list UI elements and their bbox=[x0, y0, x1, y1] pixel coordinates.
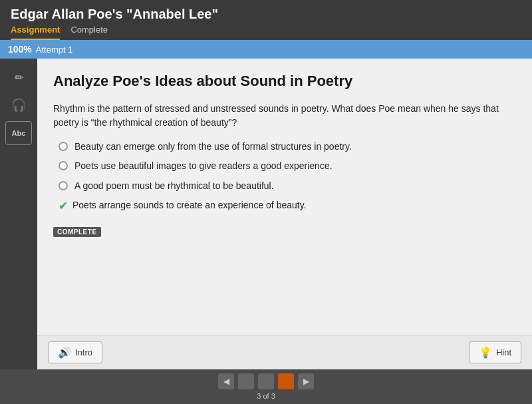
complete-badge: COMPLETE bbox=[53, 227, 101, 237]
hint-button-label: Hint bbox=[496, 347, 511, 357]
list-item[interactable]: ✔ Poets arrange sounds to create an expe… bbox=[59, 199, 516, 214]
progress-bar: 100% Attempt 1 bbox=[0, 40, 532, 59]
question-text: Rhythm is the pattern of stressed and un… bbox=[53, 102, 516, 130]
pencil-icon[interactable]: ✏ bbox=[5, 65, 32, 89]
checkmark-icon: ✔ bbox=[59, 199, 67, 214]
bottom-bar: 🔊 Intro 💡 Hint bbox=[37, 335, 532, 369]
hint-button[interactable]: 💡 Hint bbox=[469, 341, 521, 363]
nav-page-2[interactable] bbox=[258, 373, 274, 389]
list-item[interactable]: Poets use beautiful images to give reade… bbox=[59, 160, 516, 173]
tab-assignment[interactable]: Assignment bbox=[11, 25, 60, 40]
list-item[interactable]: Beauty can emerge only from the use of f… bbox=[59, 140, 516, 154]
list-item[interactable]: A good poem must be rhythmical to be bea… bbox=[59, 180, 516, 193]
question-area: Analyze Poe's Ideas about Sound in Poetr… bbox=[37, 59, 532, 335]
attempt-label: Attempt 1 bbox=[36, 45, 73, 55]
header: Edgar Allan Poe's "Annabel Lee" Assignme… bbox=[0, 0, 532, 40]
sidebar: ✏ 🎧 Abc bbox=[0, 59, 37, 369]
option-2-text: Poets use beautiful images to give reade… bbox=[74, 160, 332, 173]
speaker-icon: 🔊 bbox=[58, 346, 71, 359]
content-panel: Analyze Poe's Ideas about Sound in Poetr… bbox=[37, 59, 532, 369]
nav-footer: ◀ ▶ 3 of 3 bbox=[0, 369, 532, 404]
radio-3[interactable] bbox=[59, 181, 68, 190]
next-arrow[interactable]: ▶ bbox=[298, 373, 314, 389]
intro-button[interactable]: 🔊 Intro bbox=[48, 341, 102, 363]
page-info: 3 of 3 bbox=[257, 392, 275, 400]
radio-1[interactable] bbox=[59, 142, 68, 151]
option-4-text: Poets arrange sounds to create an experi… bbox=[72, 199, 307, 212]
lightbulb-icon: 💡 bbox=[479, 346, 492, 359]
prev-arrow[interactable]: ◀ bbox=[218, 373, 234, 389]
main-area: ✏ 🎧 Abc Analyze Poe's Ideas about Sound … bbox=[0, 59, 532, 369]
header-tabs: Assignment Complete bbox=[11, 25, 521, 40]
headphones-icon[interactable]: 🎧 bbox=[5, 93, 32, 117]
progress-percent: 100% bbox=[8, 44, 32, 55]
option-1-text: Beauty can emerge only from the use of f… bbox=[74, 140, 352, 154]
answer-options: Beauty can emerge only from the use of f… bbox=[59, 140, 516, 214]
nav-controls: ◀ ▶ bbox=[218, 373, 314, 389]
question-title: Analyze Poe's Ideas about Sound in Poetr… bbox=[53, 72, 516, 91]
text-abc-icon[interactable]: Abc bbox=[5, 121, 32, 145]
radio-2[interactable] bbox=[59, 161, 68, 170]
nav-page-1[interactable] bbox=[238, 373, 254, 389]
page-title: Edgar Allan Poe's "Annabel Lee" bbox=[11, 7, 521, 22]
option-3-text: A good poem must be rhythmical to be bea… bbox=[74, 180, 274, 193]
nav-page-3[interactable] bbox=[278, 373, 294, 389]
intro-button-label: Intro bbox=[75, 347, 92, 357]
tab-complete[interactable]: Complete bbox=[70, 25, 108, 40]
